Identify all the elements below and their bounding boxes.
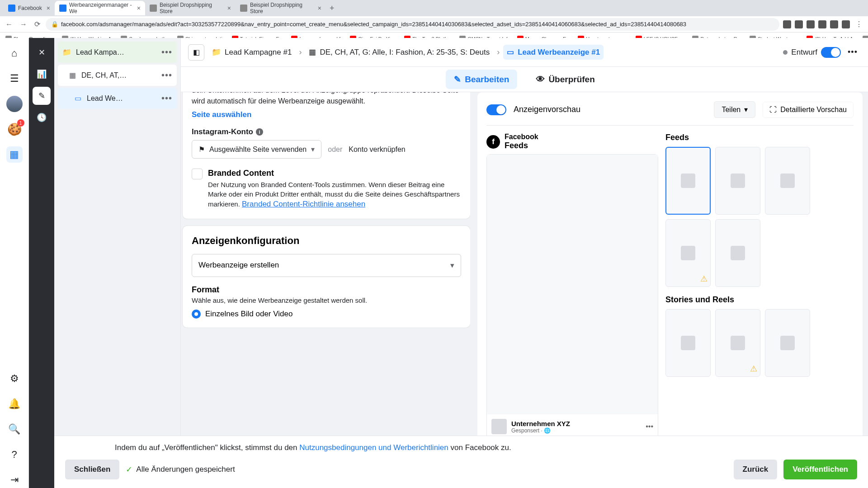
new-tab-button[interactable]: + [326,4,338,13]
format-radio-row[interactable]: Einzelnes Bild oder Video [192,310,461,319]
back-button[interactable]: Zurück [734,460,778,479]
more-icon[interactable]: ••• [161,70,172,80]
breadcrumb-campaign[interactable]: 📁Lead Kampagne #1 [208,45,295,60]
review-tab[interactable]: 👁Überprüfen [528,70,603,89]
collapse-icon[interactable]: ⇥ [6,472,23,488]
facebook-rail: ⌂ ☰ 🍪1 ▦ ⚙ 🔔 🔍 ? ⇥ [0,38,29,488]
ad-icon: ▭ [73,94,82,103]
browser-tab[interactable]: Beispiel Dropshipping Store× [236,1,326,15]
image-placeholder-icon [780,336,795,350]
extension-icon[interactable] [783,20,791,28]
branded-content-title: Branded Content [208,169,461,178]
tab-title: Beispiel Dropshipping Store [250,2,313,14]
status-text: Entwurf [791,48,817,57]
close-icon[interactable]: × [318,5,321,12]
tree-ad[interactable]: ▭ Lead We… ••• [58,88,177,109]
tree-campaign[interactable]: 📁 Lead Kampa… ••• [58,42,177,63]
close-icon[interactable]: × [47,5,50,12]
browser-tab[interactable]: Facebook× [4,1,55,15]
ad-type-select[interactable]: Werbeanzeige erstellen▾ [192,254,461,277]
close-icon[interactable]: ✕ [33,43,51,61]
panel-toggle-button[interactable]: ◧ [188,44,204,61]
history-icon[interactable]: 🕓 [33,108,51,127]
app-body: ⌂ ☰ 🍪1 ▦ ⚙ 🔔 🔍 ? ⇥ ✕ 📊 ✎ 🕓 📁 Lead Kampa…… [0,38,868,488]
more-icon[interactable]: ••• [844,44,861,61]
ads-manager-icon[interactable]: ▦ [6,146,23,163]
browser-tab[interactable]: Werbeanzeigenmanager - We× [55,1,145,15]
extension-icon[interactable] [818,20,826,28]
tree-adset[interactable]: ▦ DE, CH, AT,… ••• [58,65,177,86]
link-account-button[interactable]: Konto verknüpfen [349,145,405,154]
reload-icon[interactable]: ⟳ [33,18,42,30]
info-icon[interactable]: i [256,128,263,136]
more-icon[interactable]: ••• [161,47,172,57]
more-icon[interactable]: ••• [161,93,172,103]
warning-icon: ⚠ [700,274,708,284]
breadcrumb-ad[interactable]: ▭Lead Werbeanzeige #1 [503,45,604,60]
eye-icon: 👁 [536,75,545,84]
breadcrumb-bar: ◧ 📁Lead Kampagne #1 › ▦DE, CH, AT, G: Al… [181,38,868,67]
detailed-preview-button[interactable]: ⛶Detaillierte Vorschau [763,102,854,118]
extension-icon[interactable] [842,20,850,28]
info-text: Für Kampagnen mit dem Ziel das Ziel „Lea… [192,92,461,107]
edit-tab[interactable]: ✎Bearbeiten [446,70,517,89]
publish-button[interactable]: Veröffentlichen [783,460,857,479]
browser-tab[interactable]: Beispiel Dropshipping Store× [145,1,236,15]
ad-avatar [491,419,507,434]
status-dot-icon [783,50,788,55]
more-icon[interactable]: ••• [646,422,653,431]
close-button[interactable]: Schließen [65,460,119,479]
stats-icon[interactable]: 📊 [33,65,51,83]
adset-icon: ▦ [68,71,77,80]
breadcrumb-adset[interactable]: ▦DE, CH, AT, G: Alle, I: Fashion, A: 25-… [305,45,493,60]
placement-thumb[interactable] [715,219,760,287]
select-page-link[interactable]: Seite auswählen [192,110,461,119]
extension-icon[interactable] [830,20,838,28]
notifications-icon[interactable]: 🔔 [6,396,23,412]
menu-icon[interactable]: ☰ [6,70,23,87]
folder-icon: 📁 [62,48,71,57]
cookie-icon[interactable]: 🍪1 [6,121,23,137]
close-icon[interactable]: × [227,5,231,12]
ad-preview-card: Unternehmen XYZ Gesponsert · 🌐 ••• fb.me… [486,154,658,479]
branded-content-policy-link[interactable]: Branded Content-Richtlinie ansehen [242,200,365,208]
instagram-page-select[interactable]: ⚑Ausgewählte Seite verwenden▾ [192,140,321,159]
image-placeholder-icon [780,174,795,188]
placement-thumb[interactable]: ⚠ [665,219,711,287]
back-icon[interactable]: ← [4,19,14,30]
extension-icon[interactable] [807,20,815,28]
adset-icon: ▦ [309,47,316,57]
forward-icon[interactable]: → [18,19,29,30]
placement-thumb[interactable] [665,309,711,377]
extension-icon[interactable] [795,20,803,28]
placement-thumb[interactable]: ⚠ [715,309,760,377]
home-icon[interactable]: ⌂ [6,45,23,61]
branded-content-checkbox[interactable] [192,169,203,179]
placement-thumb[interactable] [665,147,711,215]
image-placeholder-icon [681,174,695,188]
help-icon[interactable]: ? [6,446,23,463]
address-bar[interactable]: 🔒facebook.com/adsmanager/manage/ads/edit… [46,18,779,31]
preview-toggle[interactable] [486,104,506,115]
main-column: ◧ 📁Lead Kampagne #1 › ▦DE, CH, AT, G: Al… [181,38,868,488]
chevron-down-icon: ▾ [450,261,454,270]
menu-icon[interactable]: ⋮ [854,18,864,30]
placement-thumb[interactable] [765,309,810,377]
settings-icon[interactable]: ⚙ [6,371,23,387]
or-text: oder [328,145,342,154]
avatar[interactable] [6,96,23,112]
facebook-icon: f [486,135,500,149]
edit-icon[interactable]: ✎ [33,87,51,105]
address-row: ← → ⟳ 🔒facebook.com/adsmanager/manage/ad… [0,16,868,33]
saved-status: ✓Alle Änderungen gespeichert [126,465,235,474]
search-icon[interactable]: 🔍 [6,421,23,437]
terms-link[interactable]: Nutzungsbedingungen und Werberichtlinien [299,443,448,452]
close-icon[interactable]: × [137,5,141,12]
placement-thumb[interactable] [765,147,810,215]
placement-group-title: Stories und Reels [665,295,854,305]
terms-text: Indem du auf „Veröffentlichen" klickst, … [65,441,857,455]
share-button[interactable]: Teilen▾ [714,101,755,118]
placement-thumb[interactable] [715,147,760,215]
platform-sub: Feeds [505,141,538,150]
enable-toggle[interactable] [821,47,841,58]
